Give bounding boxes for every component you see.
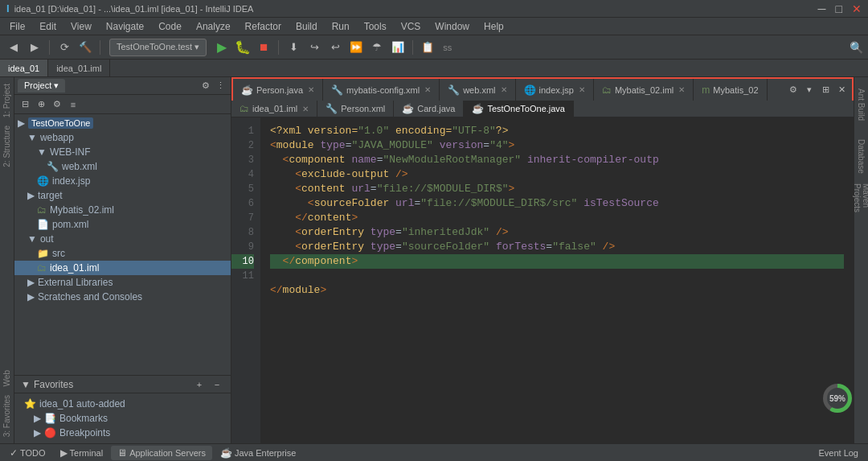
menu-bar: FileEditViewNavigateCodeAnalyzeRefactorB… — [0, 18, 868, 35]
tree-item-out[interactable]: ▼ out — [14, 232, 231, 246]
bottom-tab-app-servers[interactable]: 🖥 Application Servers — [111, 446, 212, 460]
tree-label-indexjsp: index.jsp — [52, 175, 90, 187]
coverage-button[interactable]: ☂ — [368, 39, 386, 56]
tab-dropdown-icon[interactable]: ▾ — [802, 83, 817, 97]
sidebar-settings-icon[interactable]: ⚙ — [199, 79, 213, 93]
fav-item-breakpoints[interactable]: ▶ 🔴 Breakpoints — [21, 426, 224, 440]
menu-item-file[interactable]: File — [3, 19, 31, 34]
tree-item-target[interactable]: ▶ target — [14, 188, 231, 203]
web-panel-icon[interactable]: Web — [1, 367, 13, 389]
fav-item-idea01[interactable]: ⭐ idea_01 auto-added — [21, 397, 224, 411]
tab-close-mybatis-config[interactable]: ✕ — [424, 85, 431, 94]
profile-button[interactable]: 📊 — [389, 39, 407, 56]
tree-item-indexjsp[interactable]: 🌐 index.jsp — [14, 174, 231, 188]
tab-close-all-icon[interactable]: ✕ — [834, 83, 849, 97]
debug-button[interactable]: 🐛 — [234, 39, 252, 56]
favorites-remove-icon[interactable]: − — [210, 377, 224, 392]
project-panel-icon[interactable]: 1: Project — [1, 80, 13, 121]
maven-projects-icon[interactable]: Maven Projects — [855, 183, 868, 232]
tab-split-icon[interactable]: ⊞ — [818, 83, 833, 97]
favorites-add-icon[interactable]: + — [192, 377, 207, 392]
sidebar-gear-icon[interactable]: ⋮ — [213, 79, 227, 93]
tree-item-scratches[interactable]: ▶ Scratches and Consoles — [14, 290, 231, 304]
menu-item-refactor[interactable]: Refactor — [239, 19, 288, 34]
tab-index-jsp[interactable]: 🌐 index.jsp ✕ — [516, 79, 594, 101]
tree-item-mybatis02iml[interactable]: 🗂 Mybatis_02.iml — [14, 203, 231, 217]
commit-button[interactable]: 📋 — [419, 39, 436, 56]
tab-mybatis-02-iml[interactable]: 🗂 Mybatis_02.iml ✕ — [594, 79, 694, 101]
maximize-button[interactable]: □ — [836, 2, 842, 15]
menu-item-window[interactable]: Window — [428, 19, 476, 34]
tab2-card-java[interactable]: ☕ Card.java — [394, 101, 464, 117]
menu-item-vcs[interactable]: VCS — [395, 19, 428, 34]
bottom-tab-terminal[interactable]: ▶ Terminal — [54, 446, 110, 460]
tree-item-webxml[interactable]: 🔧 web.xml — [14, 159, 231, 174]
tab2-idea01-iml[interactable]: 🗂 idea_01.iml ✕ — [231, 101, 317, 117]
tab2-close-idea01-iml[interactable]: ✕ — [302, 105, 309, 113]
tab-mybatis-02[interactable]: m Mybatis_02 — [694, 79, 767, 101]
tree-label-idea01iml: idea_01.iml — [50, 262, 99, 274]
tree-item-webinf[interactable]: ▼ WEB-INF — [14, 145, 231, 159]
tab-settings-icon[interactable]: ⚙ — [786, 83, 800, 97]
favorites-header[interactable]: ▼ Favorites + − — [14, 376, 231, 393]
tab-mybatis-config[interactable]: 🔧 mybatis-config.xml ✕ — [323, 79, 440, 101]
favorites-panel-icon[interactable]: 3: Favorites — [1, 392, 13, 440]
close-button[interactable]: ✕ — [852, 2, 862, 15]
database-icon[interactable]: Database — [855, 132, 868, 180]
tree-item-extlibs[interactable]: ▶ External Libraries — [14, 275, 231, 290]
project-tab[interactable]: Project ▾ — [18, 79, 65, 93]
tab2-person-xml[interactable]: 🔧 Person.xml — [317, 101, 394, 117]
tab-web-xml[interactable]: 🔧 web.xml ✕ — [440, 79, 515, 101]
progress-circle-area: 59% — [823, 384, 852, 413]
menu-item-help[interactable]: Help — [477, 19, 510, 34]
menu-item-view[interactable]: View — [64, 19, 98, 34]
run-button[interactable]: ▶ — [213, 39, 231, 56]
tab-close-person-java[interactable]: ✕ — [308, 85, 314, 94]
tab2-test-one-to-one[interactable]: ☕ TestOneToOne.java — [464, 101, 574, 117]
tab-person-java[interactable]: ☕ Person.java ✕ — [233, 79, 323, 101]
ant-build-icon[interactable]: Ant Build — [855, 80, 868, 129]
run-recent-button[interactable]: ⟳ — [55, 39, 73, 56]
tree-item-src[interactable]: 📁 src — [14, 246, 231, 261]
menu-item-navigate[interactable]: Navigate — [100, 19, 150, 34]
menu-item-analyze[interactable]: Analyze — [190, 19, 237, 34]
tab-close-index-jsp[interactable]: ✕ — [579, 85, 585, 94]
stop-button[interactable]: ⏹ — [255, 39, 272, 56]
tree-label-webapp: webapp — [40, 132, 74, 143]
structure-panel-icon[interactable]: 2: Structure — [1, 122, 13, 171]
outer-tab-idea01[interactable]: idea_01 — [0, 60, 48, 76]
step-into-button[interactable]: ↪ — [305, 39, 323, 56]
favorites-content: ⭐ idea_01 auto-added ▶ 📑 Bookmarks ▶ 🔴 B… — [14, 393, 231, 443]
outer-tab-idea01-iml[interactable]: idea_01.iml — [48, 60, 110, 76]
menu-item-edit[interactable]: Edit — [33, 19, 63, 34]
menu-item-build[interactable]: Build — [289, 19, 324, 34]
fav-item-bookmarks[interactable]: ▶ 📑 Bookmarks — [21, 411, 224, 426]
bottom-tab-todo[interactable]: ✓ TODO — [3, 446, 52, 460]
bottom-tab-event-log[interactable]: Event Log — [812, 447, 865, 459]
menu-item-run[interactable]: Run — [326, 19, 356, 34]
resume-button[interactable]: ⏩ — [347, 39, 365, 56]
tab-close-web-xml[interactable]: ✕ — [501, 85, 507, 94]
settings-icon[interactable]: ⚙ — [50, 97, 64, 112]
project-tree: ▶ TestOneToOne ▼ webapp ▼ WEB-INF 🔧 web.… — [14, 114, 231, 375]
menu-item-tools[interactable]: Tools — [358, 19, 393, 34]
run-config-dropdown[interactable]: TestOneToOne.test ▾ — [109, 39, 207, 56]
forward-button[interactable]: ▶ — [26, 39, 43, 56]
menu-item-code[interactable]: Code — [152, 19, 188, 34]
code-content[interactable]: <?xml version="1.0" encoding="UTF-8"?> <… — [260, 117, 854, 443]
step-over-button[interactable]: ⬇ — [285, 39, 302, 56]
minimize-button[interactable]: ─ — [818, 2, 826, 15]
tree-item-idea01iml[interactable]: 🗂 idea_01.iml — [14, 261, 231, 275]
step-out-button[interactable]: ↩ — [326, 39, 344, 56]
locate-icon[interactable]: ⊕ — [34, 97, 48, 112]
tree-item-pomxml[interactable]: 📄 pom.xml — [14, 217, 231, 232]
build-button[interactable]: 🔨 — [76, 39, 94, 56]
back-button[interactable]: ◀ — [5, 39, 23, 56]
tree-item-root[interactable]: ▶ TestOneToOne — [14, 116, 231, 130]
tree-item-webapp[interactable]: ▼ webapp — [14, 130, 231, 145]
tab-close-mybatis-02-iml[interactable]: ✕ — [678, 85, 685, 94]
search-everywhere-icon[interactable]: 🔍 — [850, 41, 863, 54]
expand-icon[interactable]: ≡ — [66, 97, 80, 112]
bottom-tab-java-enterprise[interactable]: ☕ Java Enterprise — [214, 446, 302, 460]
collapse-all-icon[interactable]: ⊟ — [18, 97, 32, 112]
